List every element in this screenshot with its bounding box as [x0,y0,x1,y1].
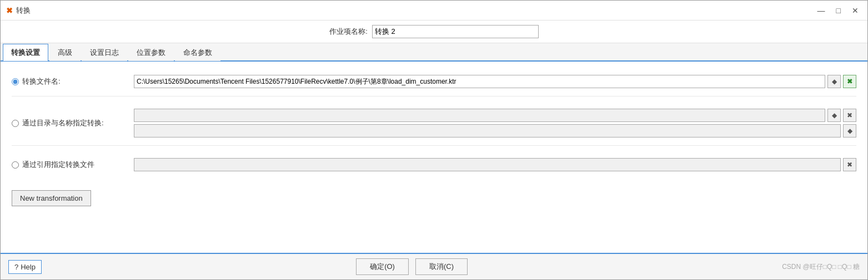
file-option-row: 转换文件名: ◆ ✖ [12,70,856,96]
expand-icon-2: ✖ [847,111,852,119]
file-path-input[interactable] [134,75,825,88]
new-transformation-button[interactable]: New transformation [12,190,91,206]
job-name-input[interactable] [372,25,539,38]
dir-field1-input [134,109,825,122]
diamond-icon: ◆ [832,78,837,85]
title-bar-left: ✖ 转换 [6,6,31,16]
minimize-button[interactable]: — [814,6,829,16]
file-option-radio[interactable] [12,78,19,85]
footer-center: 确定(O) 取消(C) [356,258,468,275]
help-button[interactable]: ? Help [8,260,42,274]
tabs-bar: 转换设置 高级 设置日志 位置参数 命名参数 [1,43,867,62]
maximize-button[interactable]: □ [833,6,844,16]
ref-option-row: 通过引用指定转换文件 ✖ [12,154,856,176]
tab-naming[interactable]: 命名参数 [175,44,220,61]
cancel-button[interactable]: 取消(C) [415,258,468,275]
dir-input-row1: ◆ ✖ [134,109,856,122]
dir-diamond-button[interactable]: ◆ [843,124,856,138]
tab-position[interactable]: 位置参数 [128,44,174,61]
watermark: CSDN @旺仔□Q□ □Q□ 糖 [782,262,860,272]
diamond-icon-3: ◆ [847,127,852,135]
job-name-row: 作业项名称: [1,21,867,43]
close-button[interactable]: ✕ [849,6,862,16]
dir-field2-input [134,124,841,138]
tab-settings[interactable]: 转换设置 [3,44,48,61]
tab-content: 转换文件名: ◆ ✖ 通过目录与名称指定转换: [1,62,867,253]
title-bar: ✖ 转换 — □ ✕ [1,1,867,21]
window-title: 转换 [16,6,31,16]
file-input-group: ◆ ✖ [134,75,856,88]
dir-expand-button[interactable]: ✖ [843,109,856,122]
file-browse-button[interactable]: ◆ [827,75,841,88]
file-option-label[interactable]: 转换文件名: [12,77,134,86]
dir-option-label[interactable]: 通过目录与名称指定转换: [12,118,134,128]
footer: ? Help 确定(O) 取消(C) CSDN @旺仔□Q□ □Q□ 糖 [1,253,867,279]
help-icon: ? [14,263,18,271]
ref-option-radio[interactable] [12,161,19,169]
dir-option-radio[interactable] [12,120,19,127]
expand-icon: ✖ [847,78,852,85]
ref-input-group: ✖ [134,158,856,171]
main-window: ✖ 转换 — □ ✕ 作业项名称: 转换设置 高级 设置日志 位置参数 命名参数… [0,0,868,280]
dir-option-row: 通过目录与名称指定转换: ◆ ✖ ◆ [12,104,856,146]
title-controls: — □ ✕ [814,6,862,16]
ref-expand-button[interactable]: ✖ [843,158,856,171]
diamond-icon-2: ◆ [832,111,837,119]
dir-browse-button[interactable]: ◆ [827,109,841,122]
tab-log[interactable]: 设置日志 [82,44,127,61]
expand-icon-3: ✖ [847,161,852,169]
confirm-button[interactable]: 确定(O) [356,258,409,275]
ref-field-input [134,158,841,171]
dir-input-row2: ◆ [134,124,856,138]
tab-advanced[interactable]: 高级 [49,44,81,61]
job-name-label: 作业项名称: [329,27,368,37]
ref-option-label[interactable]: 通过引用指定转换文件 [12,160,134,170]
dir-input-group: ◆ ✖ ◆ [134,109,856,138]
file-expand-button[interactable]: ✖ [843,75,856,88]
window-icon: ✖ [6,6,13,15]
